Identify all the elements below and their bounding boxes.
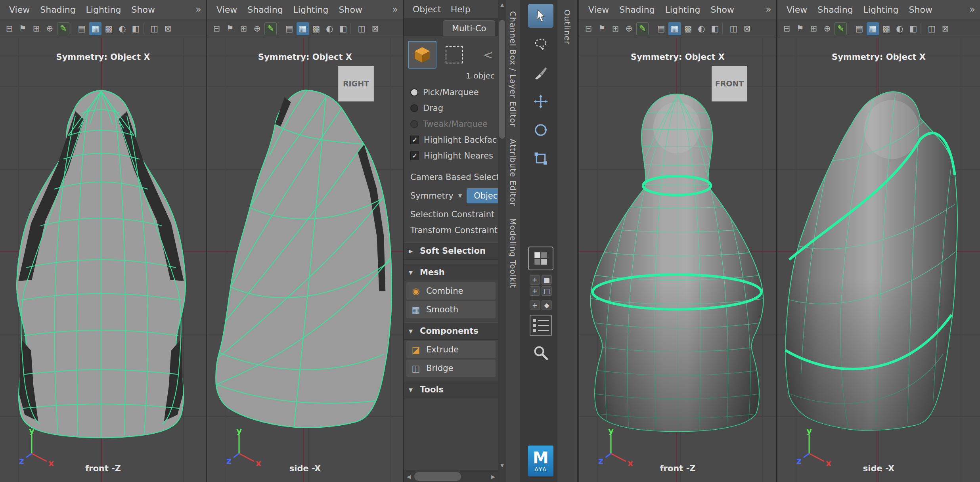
viewport-menu-item[interactable]: Shading — [614, 5, 660, 15]
grease-pencil-icon[interactable]: ✎ — [57, 22, 69, 35]
viewport-menu-item[interactable]: Lighting — [81, 5, 126, 15]
combine-button[interactable]: ◉ Combine — [406, 282, 496, 300]
image-plane-icon[interactable]: ⊞ — [237, 22, 250, 35]
multi-component-icon[interactable] — [528, 247, 553, 270]
viewport-menu-item[interactable]: View — [583, 5, 614, 15]
radio-pick-marquee[interactable]: Pick/Marquee — [404, 84, 498, 100]
camera-attrs-icon[interactable]: ⊟ — [211, 22, 223, 35]
lasso-select-tool[interactable] — [528, 33, 553, 56]
isolate-select-icon[interactable]: ⊠ — [939, 22, 951, 35]
model-mesh-front-wireframe[interactable] — [0, 38, 206, 482]
textured-icon[interactable]: ▩ — [880, 22, 892, 35]
radio-drag[interactable]: Drag — [404, 100, 498, 116]
append-polygon-cluster[interactable]: + ■ + □ — [530, 275, 552, 296]
textured-icon[interactable]: ▩ — [310, 22, 322, 35]
xray-icon[interactable]: ◫ — [148, 22, 161, 35]
grease-pencil-icon[interactable]: ✎ — [835, 22, 847, 35]
shaded-icon[interactable]: ▦ — [297, 22, 309, 35]
square-outline-icon[interactable]: □ — [542, 286, 552, 296]
object-menu[interactable]: Object — [409, 4, 445, 14]
plus-icon[interactable]: + — [530, 286, 540, 296]
camera-attrs-icon[interactable]: ⊟ — [781, 22, 793, 35]
tab-outliner[interactable]: Outliner — [563, 10, 572, 45]
two-d-pan-zoom-icon[interactable]: ⊕ — [44, 22, 56, 35]
bookmark-icon[interactable]: ⚑ — [794, 22, 806, 35]
scale-tool[interactable] — [528, 147, 553, 170]
lighting-icon[interactable]: ◐ — [695, 22, 708, 35]
viewport-canvas[interactable]: RIGHT Symmetry: Object X side -X y x z — [207, 38, 403, 482]
viewport-menu-item[interactable]: Show — [904, 5, 938, 15]
viewport-menu-item[interactable]: Shading — [812, 5, 858, 15]
paint-select-tool[interactable] — [528, 61, 553, 85]
selection-constraint-row[interactable]: Selection Constraint — [404, 207, 498, 222]
lighting-icon[interactable]: ◐ — [323, 22, 336, 35]
xray-icon[interactable]: ◫ — [926, 22, 938, 35]
viewport-menu-item[interactable]: Lighting — [660, 5, 706, 15]
scroll-left-icon[interactable]: ◀ — [404, 474, 413, 480]
extrude-button[interactable]: ◪ Extrude — [406, 341, 496, 358]
viewport-menu-item[interactable]: Shading — [242, 5, 288, 15]
move-tool[interactable] — [528, 90, 553, 113]
viewport-menu-item[interactable]: Show — [126, 5, 160, 15]
vertical-scrollbar[interactable]: ▲ ▼ — [498, 0, 506, 482]
marquee-select-button[interactable] — [442, 42, 467, 67]
bookmark-icon[interactable]: ⚑ — [596, 22, 608, 35]
scroll-up-icon[interactable]: ▲ — [498, 0, 506, 10]
edit-cluster[interactable]: + ◆ — [530, 300, 552, 310]
viewport-menu-item[interactable]: View — [4, 5, 35, 15]
two-d-pan-zoom-icon[interactable]: ⊕ — [623, 22, 635, 35]
lighting-icon[interactable]: ◐ — [116, 22, 128, 35]
menu-overflow-icon[interactable]: » — [392, 4, 399, 15]
tab-channel-box-layer-editor[interactable]: Channel Box / Layer Editor — [508, 11, 518, 127]
grease-pencil-icon[interactable]: ✎ — [264, 22, 277, 35]
checkbox-highlight-nearest[interactable]: ✓ Highlight Neares — [404, 148, 498, 164]
isolate-select-icon[interactable]: ⊠ — [741, 22, 753, 35]
xray-icon[interactable]: ◫ — [727, 22, 740, 35]
section-tools[interactable]: ▼ Tools — [404, 381, 498, 398]
camera-based-selection-row[interactable]: Camera Based Selecti — [404, 169, 498, 185]
transform-constraint-row[interactable]: Transform Constraint — [404, 222, 498, 238]
shaded-icon[interactable]: ▦ — [668, 22, 681, 35]
viewport-canvas[interactable]: Symmetry: Object X side -X y x z — [777, 38, 980, 482]
xray-icon[interactable]: ◫ — [356, 22, 368, 35]
shadows-icon[interactable]: ◧ — [130, 22, 142, 35]
plus-icon[interactable]: + — [530, 300, 540, 310]
wireframe-icon[interactable]: ▤ — [853, 22, 865, 35]
bridge-button[interactable]: ◫ Bridge — [406, 360, 496, 377]
viewport-menu-item[interactable]: Show — [334, 5, 368, 15]
viewport-menu-item[interactable]: Shading — [35, 5, 80, 15]
shadows-icon[interactable]: ◧ — [709, 22, 721, 35]
viewport-menu-item[interactable]: Lighting — [858, 5, 904, 15]
smooth-button[interactable]: ▦ Smooth — [406, 301, 496, 318]
zoom-search-icon[interactable] — [528, 341, 553, 365]
checkbox-highlight-backfaces[interactable]: ✓ Highlight Backfac — [404, 132, 498, 148]
scrollbar-thumb[interactable] — [414, 472, 461, 481]
viewport-menu-item[interactable]: View — [781, 5, 812, 15]
two-d-pan-zoom-icon[interactable]: ⊕ — [821, 22, 833, 35]
grease-pencil-icon[interactable]: ✎ — [636, 22, 649, 35]
shadows-icon[interactable]: ◧ — [907, 22, 919, 35]
menu-overflow-icon[interactable]: » — [195, 4, 202, 15]
tab-attribute-editor[interactable]: Attribute Editor — [508, 139, 518, 206]
square-icon[interactable]: ■ — [542, 275, 552, 285]
menu-overflow-icon[interactable]: » — [969, 4, 976, 15]
shaded-icon[interactable]: ▦ — [867, 22, 879, 35]
bookmark-icon[interactable]: ⚑ — [17, 22, 29, 35]
symmetry-object-button[interactable]: Object — [467, 188, 498, 203]
viewport-canvas[interactable]: FRONT Symmetry: Object X front -Z y x z — [579, 38, 776, 482]
isolate-select-icon[interactable]: ⊠ — [162, 22, 174, 35]
model-mesh-side-wireframe[interactable] — [207, 38, 403, 482]
section-soft-selection[interactable]: ▶ Soft Selection — [404, 242, 498, 260]
lighting-icon[interactable]: ◐ — [894, 22, 906, 35]
selection-list-icon[interactable] — [530, 315, 552, 336]
scroll-right-icon[interactable]: ▶ — [488, 474, 498, 480]
object-mode-button[interactable] — [408, 41, 436, 69]
wireframe-icon[interactable]: ▤ — [655, 22, 667, 35]
wireframe-icon[interactable]: ▤ — [76, 22, 88, 35]
camera-attrs-icon[interactable]: ⊟ — [582, 22, 595, 35]
tab-multi-component[interactable]: Multi-Co — [443, 20, 495, 36]
wireframe-icon[interactable]: ▤ — [283, 22, 295, 35]
panel-collapse-chevron[interactable]: < — [483, 48, 494, 62]
scrollbar-track[interactable] — [413, 471, 488, 482]
viewport-canvas[interactable]: Symmetry: Object X front -Z y x z — [0, 38, 206, 482]
